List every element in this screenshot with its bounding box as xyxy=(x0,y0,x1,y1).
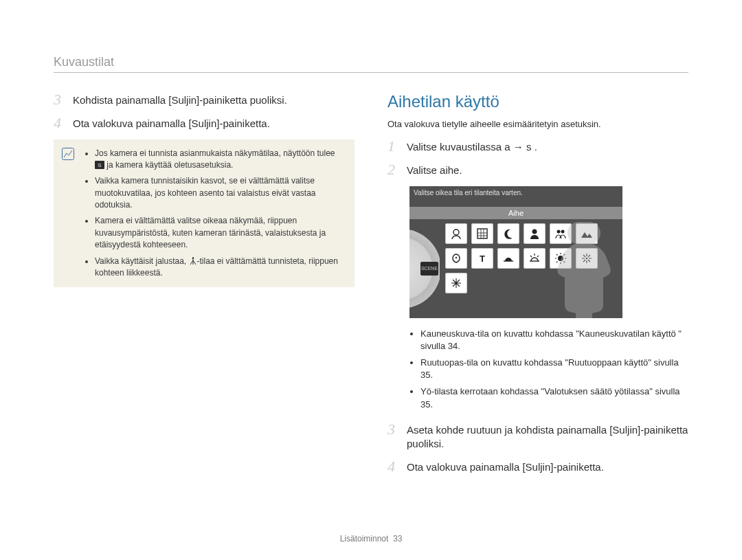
svg-rect-5 xyxy=(477,229,487,238)
mode-dial: SCENE xyxy=(409,219,440,318)
camera-preview: Valitse oikea tila eri tilanteita varten… xyxy=(409,186,622,318)
smart-auto-default-icon: S xyxy=(95,161,104,169)
sub-notes: Kauneuskuva-tila on kuvattu kohdassa "Ka… xyxy=(409,328,688,411)
step-number: 4 xyxy=(54,115,66,131)
step-text: Aseta kohde ruutuun ja kohdista painamal… xyxy=(407,422,688,451)
step: 4 Ota valokuva painamalla [Suljin]-paini… xyxy=(54,115,355,131)
scene-night-icon xyxy=(497,223,519,244)
page-footer: Lisätoiminnot 33 xyxy=(0,534,742,544)
svg-point-4 xyxy=(453,229,459,235)
scene-fireworks-icon xyxy=(576,248,598,269)
sub-note-item: Ruutuopas-tila on kuvattu kohdassa "Ruut… xyxy=(420,357,688,381)
svg-point-8 xyxy=(561,229,565,233)
tripod-icon xyxy=(189,257,197,265)
preview-tab: Aihe xyxy=(409,207,622,219)
svg-point-12 xyxy=(586,257,588,259)
scene-beauty-shot-icon xyxy=(445,223,467,244)
step: 4 Ota valokuva painamalla [Suljin]-paini… xyxy=(387,459,688,474)
scene-mode-icon: s xyxy=(526,141,532,153)
note-item: Jos kamera ei tunnista asianmukaista näk… xyxy=(95,148,344,172)
left-column: 3 Kohdista painamalla [Suljin]-painikett… xyxy=(54,92,355,483)
scene-portrait-icon xyxy=(524,223,546,244)
svg-rect-0 xyxy=(63,148,74,159)
note-box: Jos kamera ei tunnista asianmukaista näk… xyxy=(54,139,355,288)
step-text: Valitse aihe. xyxy=(407,162,462,177)
step-text: Ota valokuva painamalla [Suljin]-painike… xyxy=(407,459,604,474)
svg-text:S: S xyxy=(98,162,101,168)
note-text: Vaikka käyttäisit jalustaa, xyxy=(95,256,189,266)
scene-dawn-icon xyxy=(524,248,546,269)
step-text: Valitse kuvaustilassa a → s . xyxy=(407,139,537,154)
scene-children-icon xyxy=(550,223,572,244)
columns: 3 Kohdista painamalla [Suljin]-painikett… xyxy=(54,92,688,483)
svg-point-9 xyxy=(456,256,457,258)
step-number: 3 xyxy=(54,92,66,107)
scene-sunset-icon xyxy=(497,248,519,269)
sub-note-item: Kauneuskuva-tila on kuvattu kohdassa "Ka… xyxy=(420,328,688,352)
step-number: 2 xyxy=(387,162,400,177)
note-text: ja kamera käyttää oletusasetuksia. xyxy=(104,160,233,170)
note-text: Jos kamera ei tunnista asianmukaista näk… xyxy=(95,148,335,158)
note-item: Kamera ei välttämättä valitse oikeaa näk… xyxy=(95,215,344,251)
step-number: 4 xyxy=(387,459,400,474)
scene-backlight-icon xyxy=(550,248,572,269)
mode-dial-scene-icon: SCENE xyxy=(420,262,438,276)
sub-note-item: Yö-tilasta kerrotaan kohdassa "Valotukse… xyxy=(420,385,688,410)
svg-point-7 xyxy=(557,229,561,233)
svg-text:T: T xyxy=(480,254,485,264)
scene-grid: T xyxy=(440,219,622,318)
preview-tip: Valitse oikea tila eri tilanteita varten… xyxy=(414,189,523,197)
section-intro: Ota valokuva tietylle aiheelle esimäärit… xyxy=(387,118,688,131)
scene-beach-snow-icon xyxy=(445,273,467,293)
note-icon xyxy=(62,148,74,160)
step: 2 Valitse aihe. xyxy=(387,162,688,177)
svg-point-11 xyxy=(558,256,563,261)
step: 3 Aseta kohde ruutuun ja kohdista painam… xyxy=(387,422,688,451)
section-title: Aihetilan käyttö xyxy=(387,92,688,111)
page: Kuvaustilat 3 Kohdista painamalla [Sulji… xyxy=(0,0,742,560)
scene-text-icon: T xyxy=(471,248,493,269)
svg-point-3 xyxy=(192,257,193,258)
step: 1 Valitse kuvaustilassa a → s . xyxy=(387,139,688,154)
scene-closeup-icon xyxy=(445,248,467,269)
svg-point-6 xyxy=(532,229,537,234)
step-text: Ota valokuva painamalla [Suljin]-painike… xyxy=(73,115,270,131)
footer-section: Lisätoiminnot xyxy=(340,534,389,544)
step-number: 1 xyxy=(387,139,400,154)
scene-landscape-icon xyxy=(576,223,598,244)
note-item: Vaikka kamera tunnistaisikin kasvot, se … xyxy=(95,175,344,211)
mode-dial-icon: a xyxy=(504,141,510,153)
step-text: Kohdista painamalla [Suljin]-painiketta … xyxy=(73,92,287,107)
footer-page-number: 33 xyxy=(393,534,402,544)
scene-frame-guide-icon xyxy=(471,223,493,244)
note-item: Vaikka käyttäisit jalustaa, -tilaa ei vä… xyxy=(95,256,344,280)
step-text-part: Valitse kuvaustilassa xyxy=(407,141,504,153)
note-list: Jos kamera ei tunnista asianmukaista näk… xyxy=(85,148,344,280)
step-text-part: → xyxy=(513,141,526,153)
step: 3 Kohdista painamalla [Suljin]-painikett… xyxy=(54,92,355,107)
page-header: Kuvaustilat xyxy=(54,55,688,73)
right-column: Aihetilan käyttö Ota valokuva tietylle a… xyxy=(387,92,688,483)
step-number: 3 xyxy=(387,422,400,437)
step-text-part: . xyxy=(535,141,537,153)
